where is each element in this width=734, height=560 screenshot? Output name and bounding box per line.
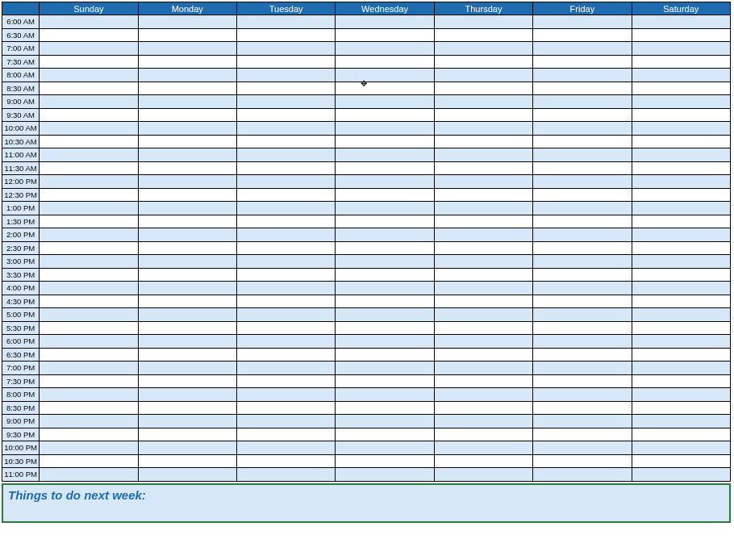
schedule-cell[interactable] — [138, 335, 236, 349]
schedule-cell[interactable] — [138, 282, 236, 295]
schedule-cell[interactable] — [533, 28, 632, 42]
schedule-cell[interactable] — [40, 228, 138, 242]
schedule-cell[interactable] — [336, 454, 434, 468]
schedule-cell[interactable] — [236, 374, 335, 388]
schedule-cell[interactable] — [533, 81, 632, 95]
schedule-cell[interactable] — [40, 361, 138, 375]
schedule-cell[interactable] — [236, 348, 335, 361]
schedule-cell[interactable] — [336, 335, 434, 349]
schedule-cell[interactable] — [533, 441, 632, 455]
schedule-cell[interactable] — [336, 135, 434, 148]
schedule-cell[interactable] — [40, 135, 138, 148]
schedule-cell[interactable] — [632, 228, 730, 242]
schedule-cell[interactable] — [236, 415, 335, 428]
schedule-cell[interactable] — [434, 361, 532, 375]
schedule-cell[interactable] — [434, 255, 532, 269]
schedule-cell[interactable] — [434, 81, 532, 95]
schedule-cell[interactable] — [236, 69, 335, 82]
schedule-cell[interactable] — [138, 15, 236, 29]
schedule-cell[interactable] — [138, 81, 236, 95]
schedule-cell[interactable] — [533, 108, 632, 122]
schedule-cell[interactable] — [336, 228, 434, 242]
schedule-cell[interactable] — [533, 335, 632, 349]
schedule-cell[interactable] — [40, 441, 138, 455]
schedule-cell[interactable] — [236, 441, 335, 455]
schedule-cell[interactable] — [434, 161, 532, 175]
schedule-cell[interactable] — [336, 282, 434, 295]
schedule-cell[interactable] — [40, 374, 138, 388]
schedule-cell[interactable] — [138, 348, 236, 361]
schedule-cell[interactable] — [236, 122, 335, 136]
todo-next-week-section[interactable]: Things to do next week: — [2, 483, 731, 523]
schedule-cell[interactable] — [533, 308, 632, 322]
schedule-cell[interactable] — [434, 308, 532, 322]
schedule-cell[interactable] — [336, 148, 434, 162]
schedule-cell[interactable] — [236, 468, 335, 482]
schedule-cell[interactable] — [236, 15, 335, 29]
schedule-cell[interactable] — [138, 42, 236, 56]
schedule-cell[interactable] — [236, 175, 335, 189]
schedule-cell[interactable] — [336, 95, 434, 109]
schedule-cell[interactable] — [336, 401, 434, 415]
schedule-cell[interactable] — [236, 295, 335, 308]
schedule-cell[interactable] — [434, 428, 532, 441]
schedule-cell[interactable] — [336, 15, 434, 29]
schedule-cell[interactable] — [632, 321, 730, 335]
schedule-cell[interactable] — [632, 374, 730, 388]
schedule-cell[interactable] — [40, 175, 138, 189]
schedule-cell[interactable] — [236, 95, 335, 109]
schedule-cell[interactable] — [632, 308, 730, 322]
schedule-cell[interactable] — [236, 215, 335, 228]
schedule-cell[interactable] — [632, 468, 730, 482]
schedule-cell[interactable] — [336, 42, 434, 56]
schedule-cell[interactable] — [138, 454, 236, 468]
schedule-cell[interactable] — [138, 415, 236, 428]
schedule-cell[interactable] — [236, 42, 335, 56]
schedule-cell[interactable] — [434, 348, 532, 361]
schedule-cell[interactable] — [632, 108, 730, 122]
schedule-cell[interactable] — [632, 95, 730, 109]
schedule-cell[interactable] — [40, 241, 138, 255]
schedule-cell[interactable] — [434, 374, 532, 388]
schedule-cell[interactable] — [336, 374, 434, 388]
schedule-cell[interactable] — [533, 188, 632, 202]
schedule-cell[interactable] — [632, 335, 730, 349]
schedule-cell[interactable] — [434, 282, 532, 295]
schedule-cell[interactable] — [632, 161, 730, 175]
schedule-cell[interactable] — [632, 148, 730, 162]
schedule-cell[interactable] — [40, 122, 138, 136]
schedule-cell[interactable] — [533, 468, 632, 482]
schedule-cell[interactable] — [336, 202, 434, 215]
schedule-cell[interactable] — [40, 388, 138, 402]
schedule-cell[interactable] — [434, 148, 532, 162]
schedule-cell[interactable] — [236, 55, 335, 69]
schedule-cell[interactable] — [236, 241, 335, 255]
schedule-cell[interactable] — [236, 202, 335, 215]
schedule-cell[interactable] — [40, 282, 138, 295]
schedule-cell[interactable] — [434, 441, 532, 455]
schedule-cell[interactable] — [533, 321, 632, 335]
schedule-cell[interactable] — [236, 428, 335, 441]
schedule-cell[interactable] — [40, 108, 138, 122]
schedule-cell[interactable] — [336, 428, 434, 441]
schedule-cell[interactable] — [632, 188, 730, 202]
schedule-cell[interactable] — [40, 401, 138, 415]
schedule-cell[interactable] — [434, 228, 532, 242]
schedule-cell[interactable] — [138, 202, 236, 215]
schedule-cell[interactable] — [336, 415, 434, 428]
schedule-cell[interactable] — [336, 268, 434, 282]
schedule-cell[interactable] — [336, 441, 434, 455]
schedule-cell[interactable] — [138, 148, 236, 162]
schedule-cell[interactable] — [236, 148, 335, 162]
schedule-cell[interactable] — [434, 268, 532, 282]
schedule-cell[interactable] — [533, 454, 632, 468]
schedule-cell[interactable] — [632, 268, 730, 282]
schedule-cell[interactable] — [336, 81, 434, 95]
schedule-cell[interactable] — [138, 401, 236, 415]
schedule-cell[interactable] — [632, 361, 730, 375]
schedule-cell[interactable] — [40, 454, 138, 468]
schedule-cell[interactable] — [632, 241, 730, 255]
schedule-cell[interactable] — [533, 361, 632, 375]
schedule-cell[interactable] — [236, 308, 335, 322]
schedule-cell[interactable] — [434, 188, 532, 202]
